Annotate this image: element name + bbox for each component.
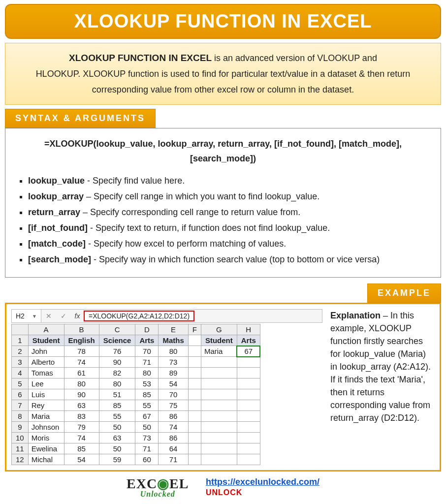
cell[interactable] [188, 389, 201, 400]
cell[interactable] [201, 378, 237, 389]
cell[interactable]: Lee [28, 378, 64, 389]
cell[interactable]: 60 [135, 454, 159, 465]
cell[interactable]: 70 [135, 346, 159, 357]
cell[interactable]: 82 [99, 368, 135, 378]
cell[interactable]: Tomas [28, 368, 64, 378]
cell[interactable]: Rey [28, 400, 64, 411]
row-header[interactable]: 6 [12, 389, 29, 400]
cell[interactable]: 70 [159, 389, 188, 400]
cell[interactable]: 71 [135, 443, 159, 454]
cell[interactable] [201, 389, 237, 400]
selected-cell[interactable]: 67 [237, 346, 260, 357]
cell[interactable]: 55 [99, 411, 135, 422]
cell[interactable] [237, 454, 260, 465]
cell[interactable] [188, 433, 201, 443]
row-header[interactable]: 11 [12, 443, 29, 454]
col-header[interactable]: H [237, 324, 260, 335]
name-box[interactable]: H2 ▼ [12, 310, 41, 322]
col-header[interactable]: C [99, 324, 135, 335]
cell[interactable]: 86 [159, 433, 188, 443]
cell[interactable] [201, 411, 237, 422]
cell[interactable]: 64 [159, 443, 188, 454]
cell[interactable] [201, 422, 237, 433]
cell[interactable]: 89 [159, 368, 188, 378]
cell[interactable]: 85 [64, 443, 99, 454]
row-header[interactable]: 9 [12, 422, 29, 433]
cell[interactable]: Johnson [28, 422, 64, 433]
cell[interactable]: Michal [28, 454, 64, 465]
cell[interactable]: 80 [64, 378, 99, 389]
cell[interactable] [188, 443, 201, 454]
cell[interactable]: Moris [28, 433, 64, 443]
row-header[interactable]: 1 [12, 335, 29, 346]
cell[interactable]: Ewelina [28, 443, 64, 454]
cell[interactable] [201, 368, 237, 378]
cell[interactable]: 90 [99, 357, 135, 368]
cell[interactable]: 90 [64, 389, 99, 400]
cell[interactable] [188, 378, 201, 389]
cell[interactable] [188, 422, 201, 433]
col-header[interactable]: F [188, 324, 201, 335]
cell[interactable]: 50 [99, 422, 135, 433]
fx-icon[interactable]: fx [71, 312, 84, 320]
cell[interactable]: 54 [159, 378, 188, 389]
cell[interactable]: Arts [135, 335, 159, 346]
cell[interactable]: 86 [159, 411, 188, 422]
cell[interactable] [188, 335, 201, 346]
cell[interactable]: 74 [64, 357, 99, 368]
cell[interactable]: 61 [64, 368, 99, 378]
website-link[interactable]: https://excelunlocked.com/ [206, 477, 319, 487]
cell[interactable]: 71 [135, 357, 159, 368]
cell[interactable]: Arts [237, 335, 260, 346]
row-header[interactable]: 3 [12, 357, 29, 368]
cell[interactable] [201, 443, 237, 454]
cell[interactable]: Science [99, 335, 135, 346]
cell[interactable]: 63 [99, 433, 135, 443]
cell[interactable]: Student [201, 335, 237, 346]
cell[interactable] [237, 378, 260, 389]
cell[interactable] [237, 389, 260, 400]
cell[interactable]: 73 [159, 357, 188, 368]
cell[interactable] [237, 357, 260, 368]
col-header[interactable]: A [28, 324, 64, 335]
cell[interactable]: 80 [99, 378, 135, 389]
row-header[interactable]: 12 [12, 454, 29, 465]
cell[interactable] [201, 433, 237, 443]
cell[interactable]: 74 [64, 433, 99, 443]
cell[interactable]: 51 [99, 389, 135, 400]
cancel-icon[interactable]: ✕ [41, 312, 56, 320]
cell[interactable] [188, 346, 201, 357]
cell[interactable]: 75 [159, 400, 188, 411]
row-header[interactable]: 7 [12, 400, 29, 411]
cell[interactable] [188, 368, 201, 378]
cell[interactable]: 85 [99, 400, 135, 411]
cell[interactable]: 50 [99, 443, 135, 454]
cell[interactable]: Student [28, 335, 64, 346]
cell[interactable]: 83 [64, 411, 99, 422]
cell[interactable] [237, 400, 260, 411]
cell[interactable] [188, 400, 201, 411]
cell[interactable]: 85 [135, 389, 159, 400]
cell[interactable]: 80 [159, 346, 188, 357]
cell[interactable]: 55 [135, 400, 159, 411]
cell[interactable]: 73 [135, 433, 159, 443]
col-header[interactable]: D [135, 324, 159, 335]
check-icon[interactable]: ✓ [56, 312, 71, 320]
cell[interactable] [237, 411, 260, 422]
cell[interactable]: 59 [99, 454, 135, 465]
col-header[interactable]: E [159, 324, 188, 335]
cell[interactable]: John [28, 346, 64, 357]
cell[interactable] [237, 443, 260, 454]
spreadsheet-grid[interactable]: A B C D E F G H 1 Student English Scienc… [11, 324, 260, 465]
cell[interactable]: 63 [64, 400, 99, 411]
cell[interactable]: 54 [64, 454, 99, 465]
row-header[interactable]: 8 [12, 411, 29, 422]
cell[interactable] [188, 411, 201, 422]
col-header[interactable]: G [201, 324, 237, 335]
row-header[interactable]: 2 [12, 346, 29, 357]
cell[interactable] [188, 357, 201, 368]
cell[interactable]: 80 [135, 368, 159, 378]
cell[interactable]: 53 [135, 378, 159, 389]
cell[interactable]: 67 [135, 411, 159, 422]
cell[interactable]: Alberto [28, 357, 64, 368]
